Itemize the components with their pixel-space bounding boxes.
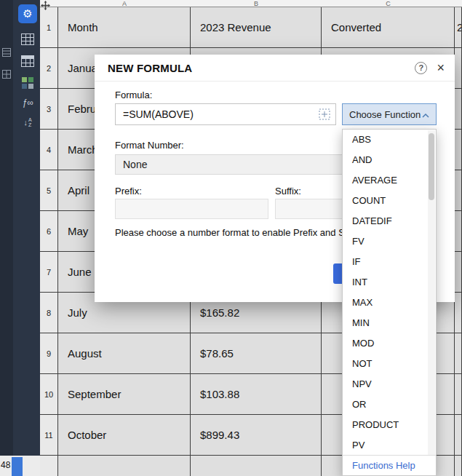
dialog-title: NEW FORMULA xyxy=(108,62,192,74)
row-number[interactable]: 3 xyxy=(40,89,58,130)
row-number[interactable]: 9 xyxy=(40,333,58,374)
column-header-a[interactable]: A xyxy=(58,0,191,7)
settings-gear-icon[interactable]: ⚙ xyxy=(18,4,37,23)
cell-d[interactable] xyxy=(455,170,462,211)
palette-icon[interactable] xyxy=(18,74,37,92)
function-list-item[interactable]: FV xyxy=(343,231,436,252)
bottom-status-area: 48 xyxy=(0,456,40,476)
dock-strip xyxy=(0,0,13,456)
format-number-value: None xyxy=(123,159,147,170)
cell-b[interactable]: $103.88 xyxy=(191,374,322,415)
functions-help-link[interactable]: Functions Help xyxy=(343,455,436,475)
table-icon[interactable] xyxy=(18,30,37,49)
formula-input[interactable] xyxy=(115,103,336,125)
format-number-label: Format Number: xyxy=(115,140,184,151)
row-number[interactable]: 7 xyxy=(40,252,58,293)
cell-a[interactable]: August xyxy=(58,333,191,374)
function-list-item[interactable]: ABS xyxy=(343,130,436,150)
function-list-item[interactable]: PRODUCT xyxy=(343,415,436,435)
cell-a[interactable] xyxy=(58,456,191,476)
row-number[interactable]: 4 xyxy=(40,130,58,170)
dropdown-scrollbar-thumb[interactable] xyxy=(429,133,434,200)
prefix-input[interactable] xyxy=(115,199,268,219)
chevron-up-icon xyxy=(422,109,429,120)
cell-d[interactable] xyxy=(455,252,462,293)
row-number[interactable] xyxy=(40,456,58,476)
row-number[interactable]: 2 xyxy=(40,48,58,89)
cell-b[interactable]: 2023 Revenue xyxy=(191,7,322,48)
cell-d[interactable] xyxy=(455,130,462,170)
dialog-header: NEW FORMULA ? × xyxy=(95,55,455,82)
function-list-item[interactable]: MAX xyxy=(343,293,436,313)
function-list-item[interactable]: MIN xyxy=(343,313,436,333)
cell-b[interactable] xyxy=(191,456,322,476)
left-toolbar: ⚙ ƒ∞ ↓AZ xyxy=(0,0,40,456)
dock-grid-icon[interactable] xyxy=(2,68,11,77)
function-list: ABSANDAVERAGECOUNTDATEDIFFVIFINTMAXMINMO… xyxy=(343,130,436,456)
cell-d[interactable] xyxy=(455,211,462,252)
bottom-status-text: 48 xyxy=(1,460,10,470)
cell-a[interactable]: September xyxy=(58,374,191,415)
format-note-text: Please choose a number format to enable … xyxy=(115,227,362,238)
cell-d[interactable] xyxy=(455,48,462,89)
row-number[interactable]: 6 xyxy=(40,211,58,252)
function-list-item[interactable]: INT xyxy=(343,272,436,293)
function-list-item[interactable]: IF xyxy=(343,252,436,272)
function-list-item[interactable]: MOD xyxy=(343,333,436,354)
choose-function-label: Choose Function xyxy=(349,109,421,120)
cell-d[interactable] xyxy=(455,415,462,456)
dropdown-scrollbar[interactable] xyxy=(428,130,435,455)
row-number[interactable]: 5 xyxy=(40,170,58,211)
cell-b[interactable]: $78.65 xyxy=(191,333,322,374)
formula-label: Formula: xyxy=(115,90,152,100)
column-header-bar: A B C xyxy=(40,0,462,7)
cell-d[interactable] xyxy=(455,374,462,415)
cell-a[interactable]: October xyxy=(58,415,191,456)
function-list-item[interactable]: COUNT xyxy=(343,191,436,211)
bottom-blue-button[interactable] xyxy=(12,457,23,476)
row-number[interactable]: 8 xyxy=(40,293,58,333)
cell-d[interactable]: 2 xyxy=(455,7,462,48)
cell-d[interactable] xyxy=(455,293,462,333)
table-move-handle-icon[interactable] xyxy=(41,0,50,13)
choose-function-button[interactable]: Choose Function xyxy=(342,103,437,125)
column-header-c[interactable]: C xyxy=(322,0,455,7)
column-header-b[interactable]: B xyxy=(191,0,322,7)
function-list-item[interactable]: OR xyxy=(343,394,436,415)
row-number[interactable]: 10 xyxy=(40,374,58,415)
prefix-label: Prefix: xyxy=(115,186,142,197)
cell-d[interactable] xyxy=(455,456,462,476)
function-list-item[interactable]: DATEDIF xyxy=(343,211,436,231)
cell-d[interactable] xyxy=(455,89,462,130)
close-icon[interactable]: × xyxy=(437,61,445,74)
function-list-item[interactable]: AVERAGE xyxy=(343,170,436,191)
table-header-icon[interactable] xyxy=(18,52,37,71)
function-list-item[interactable]: NOT xyxy=(343,354,436,374)
sort-az-icon[interactable]: ↓AZ xyxy=(18,113,37,132)
function-list-item[interactable]: PV xyxy=(343,435,436,456)
cell-b[interactable]: $899.43 xyxy=(191,415,322,456)
function-dropdown: ABSANDAVERAGECOUNTDATEDIFFVIFINTMAXMINMO… xyxy=(342,129,437,476)
suffix-label: Suffix: xyxy=(275,186,301,197)
cell-a[interactable]: Month xyxy=(58,7,191,48)
table-editor-screen: A B C 1 Month 2023 Revenue Converted 2 2… xyxy=(0,0,462,476)
cell-d[interactable] xyxy=(455,333,462,374)
insert-field-icon[interactable] xyxy=(319,108,330,123)
cell-c[interactable]: Converted xyxy=(322,7,455,48)
function-infinity-icon[interactable]: ƒ∞ xyxy=(18,93,37,112)
function-list-item[interactable]: NPV xyxy=(343,374,436,394)
row-number[interactable]: 1 xyxy=(40,7,58,48)
help-icon[interactable]: ? xyxy=(415,62,427,74)
row-number[interactable]: 11 xyxy=(40,415,58,456)
dock-list-icon[interactable] xyxy=(2,47,11,55)
function-list-item[interactable]: AND xyxy=(343,150,436,170)
grid-row: 1 Month 2023 Revenue Converted 2 xyxy=(40,7,462,48)
